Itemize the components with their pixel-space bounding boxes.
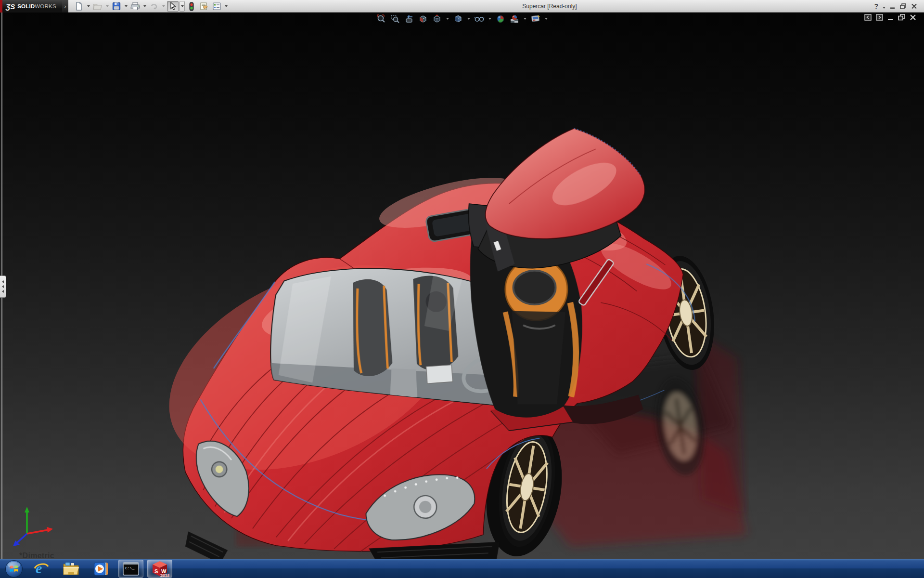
- window-controls: ?: [874, 0, 917, 13]
- options-button[interactable]: [211, 1, 222, 12]
- minimize-button[interactable]: [890, 3, 896, 9]
- supercar-3d-model[interactable]: [0, 13, 924, 559]
- open-folder-icon: [93, 2, 103, 11]
- save-floppy-icon: [112, 2, 121, 11]
- x-axis-arrow: [47, 527, 53, 533]
- printer-icon: [130, 2, 140, 11]
- select-button[interactable]: [167, 1, 179, 12]
- open-dropdown[interactable]: [104, 1, 110, 12]
- svg-text:e: e: [36, 561, 42, 576]
- file-properties-button[interactable]: [198, 1, 210, 12]
- undo-button[interactable]: [148, 1, 160, 12]
- new-document-icon: [75, 2, 83, 11]
- graphics-area[interactable]: *Dimetric: [0, 13, 924, 559]
- taskbar-file-explorer[interactable]: [60, 560, 83, 578]
- taskbar-internet-explorer[interactable]: e: [30, 560, 53, 578]
- sw-letter-s: S: [154, 568, 158, 574]
- command-prompt-label: C:\_: [125, 566, 134, 570]
- undo-arrow-icon: [150, 2, 158, 11]
- brand-text-light: WORKS: [35, 3, 56, 9]
- file-properties-icon: [199, 2, 209, 11]
- options-dropdown[interactable]: [223, 1, 229, 12]
- menu-flyout-arrow[interactable]: ›: [62, 0, 68, 13]
- help-dropdown[interactable]: [883, 2, 886, 11]
- new-document-dropdown[interactable]: [86, 1, 91, 12]
- main-toolbar: [73, 0, 229, 13]
- command-prompt-icon: C:\_: [122, 562, 140, 576]
- rebuild-button[interactable]: [186, 1, 197, 12]
- sw-year: 2015: [160, 573, 169, 578]
- save-dropdown[interactable]: [123, 1, 128, 12]
- save-button[interactable]: [111, 1, 122, 12]
- close-button[interactable]: [911, 3, 917, 9]
- options-checklist-icon: [212, 2, 221, 11]
- brand-text-bold: SOLID: [17, 3, 35, 9]
- file-explorer-icon: [63, 561, 80, 577]
- media-player-icon: [93, 561, 109, 577]
- internet-explorer-icon: e: [33, 561, 50, 577]
- open-button[interactable]: [92, 1, 103, 12]
- taskbar-solidworks-2015[interactable]: S W 2015: [147, 560, 172, 578]
- taskbar-media-player[interactable]: [90, 560, 113, 578]
- windows-start-icon: [5, 560, 23, 578]
- select-cursor-icon: [169, 2, 177, 11]
- y-axis-arrow: [25, 507, 29, 512]
- solidworks-logo-mark: ƷS: [6, 2, 15, 11]
- print-button[interactable]: [129, 1, 141, 12]
- new-document-button[interactable]: [73, 1, 85, 12]
- windows-taskbar: e: [0, 559, 924, 578]
- print-dropdown[interactable]: [142, 1, 147, 12]
- window-title: Supercar [Read-only]: [522, 0, 577, 13]
- select-dropdown[interactable]: [180, 1, 185, 12]
- start-button[interactable]: [4, 560, 24, 578]
- help-button[interactable]: ?: [874, 2, 878, 10]
- taskbar-command-prompt[interactable]: C:\_: [118, 560, 143, 578]
- solidworks-window: ƷS SOLIDWORKS ›: [0, 0, 924, 578]
- solidworks-2015-icon: S W 2015: [150, 560, 169, 578]
- solidworks-logo: ƷS SOLIDWORKS: [2, 0, 62, 13]
- title-bar: ƷS SOLIDWORKS ›: [0, 0, 924, 13]
- restore-button[interactable]: [900, 3, 907, 9]
- coordinate-triad: [10, 504, 58, 548]
- rebuild-traffic-light-icon: [189, 2, 194, 11]
- undo-dropdown[interactable]: [161, 1, 166, 12]
